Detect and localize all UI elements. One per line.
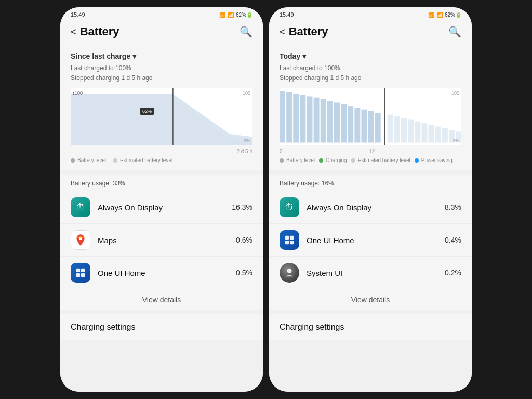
legend-dot-battery-left: [71, 158, 75, 163]
svg-rect-16: [334, 103, 340, 143]
svg-rect-14: [321, 99, 326, 143]
chart-x-labels-left: 2 d 5 h: [71, 149, 252, 154]
chart-0-right: 0%: [453, 138, 459, 143]
oneui-svg: [75, 267, 86, 278]
legend-battery-right: Battery level: [280, 157, 315, 163]
phone-left: 15:49 📶 📶 62%🔋 < Battery 🔍 Since last ch…: [60, 7, 263, 392]
app-item-oneui-left[interactable]: One UI Home 0.5%: [60, 257, 263, 289]
legend-estimated-right: Estimated battery level: [351, 157, 410, 163]
app-name-oneui-left: One UI Home: [98, 269, 236, 277]
header-left-left: < Battery: [71, 25, 119, 38]
systemui-svg: [284, 267, 295, 278]
chart-100-right-left: 100: [243, 90, 250, 96]
app-icon-oneui-left: [71, 263, 90, 283]
time-filter-left[interactable]: Since last charge ▾: [71, 52, 252, 60]
time-left: 15:49: [71, 11, 85, 18]
app-list-left: ⏱ Always On Display 16.3%: [60, 191, 263, 289]
search-button-right[interactable]: 🔍: [448, 25, 461, 38]
app-item-aod-right[interactable]: ⏱ Always On Display 8.3%: [269, 191, 472, 224]
app-icon-systemui-right: [280, 263, 299, 283]
maps-svg: [74, 233, 87, 247]
svg-rect-30: [429, 125, 434, 143]
battery-icon-right: 62%🔋: [445, 12, 461, 18]
content-right: Today ▾ Last charged to 100% Stopped cha…: [269, 45, 472, 392]
app-percent-oneui-right: 0.4%: [445, 236, 461, 244]
time-filter-section-right: Today ▾ Last charged to 100% Stopped cha…: [269, 45, 472, 170]
view-details-right[interactable]: View details: [269, 289, 472, 310]
battery-icon: 62%🔋: [236, 12, 252, 18]
legend-powersaving-right: Power saving: [415, 157, 453, 163]
app-name-oneui-right: One UI Home: [307, 236, 445, 245]
chart-100-label-left: ₁100: [73, 90, 83, 96]
svg-rect-15: [327, 101, 333, 143]
signal-icon-right: 📶: [436, 12, 443, 18]
wifi-icon: 📶: [219, 12, 225, 18]
chart-svg-left: [71, 88, 252, 145]
battery-usage-left: Battery usage: 33%: [60, 175, 263, 191]
signal-icon: 📶: [228, 12, 234, 18]
chart-tooltip-left: 62%: [140, 108, 154, 115]
header-left-right: < Battery: [280, 25, 328, 38]
phones-container: 15:49 📶 📶 62%🔋 < Battery 🔍 Since last ch…: [60, 7, 472, 392]
svg-rect-6: [76, 273, 80, 277]
time-filter-right[interactable]: Today ▾: [280, 52, 461, 60]
legend-battery-left: Battery level: [71, 157, 106, 163]
app-percent-systemui-right: 0.2%: [445, 269, 461, 277]
time-filter-section-left: Since last charge ▾ Last charged to 100%…: [60, 45, 263, 170]
svg-rect-38: [290, 241, 294, 244]
search-button-left[interactable]: 🔍: [240, 25, 252, 38]
chart-x-labels-right: 0 12: [280, 149, 461, 154]
app-item-aod-left[interactable]: ⏱ Always On Display 16.3%: [60, 191, 263, 224]
legend-dot-charging-right: [319, 158, 323, 163]
oneui-svg-right: [284, 234, 295, 246]
legend-estimated-left: Estimated battery level: [113, 157, 172, 163]
svg-rect-13: [314, 98, 320, 143]
app-name-aod-left: Always On Display: [98, 203, 232, 212]
chart-legend-right: Battery level Charging Estimated battery…: [280, 157, 461, 163]
wifi-icon-right: 📶: [428, 12, 434, 18]
app-percent-oneui-left: 0.5%: [236, 269, 252, 277]
svg-rect-5: [81, 269, 85, 272]
page-title-right: Battery: [289, 25, 328, 38]
svg-rect-12: [307, 97, 313, 143]
app-percent-maps-left: 0.6%: [236, 236, 252, 244]
status-bar-left: 15:49 📶 📶 62%🔋: [60, 7, 263, 20]
app-item-maps-left[interactable]: Maps 0.6%: [60, 224, 263, 257]
svg-rect-26: [401, 118, 407, 143]
app-item-systemui-right[interactable]: System UI 0.2%: [269, 257, 472, 289]
charging-settings-left[interactable]: Charging settings: [60, 310, 263, 340]
status-icons-left: 📶 📶 62%🔋: [219, 12, 252, 18]
back-button-left[interactable]: <: [71, 26, 77, 38]
app-icon-aod-right: ⏱: [280, 197, 299, 217]
svg-rect-36: [290, 236, 294, 240]
svg-rect-25: [394, 116, 400, 143]
legend-dot-powersaving-right: [415, 158, 419, 163]
app-item-oneui-right[interactable]: One UI Home 0.4%: [269, 224, 472, 257]
svg-rect-37: [285, 241, 289, 244]
charging-settings-right[interactable]: Charging settings: [269, 310, 472, 340]
charge-info-right: Last charged to 100% Stopped charging 1 …: [280, 63, 461, 83]
svg-rect-18: [348, 106, 353, 142]
svg-rect-4: [76, 269, 80, 272]
svg-marker-0: [71, 94, 252, 145]
chart-legend-left: Battery level Estimated battery level: [71, 157, 252, 163]
back-button-right[interactable]: <: [280, 26, 286, 38]
svg-rect-10: [293, 94, 299, 143]
battery-chart-right: 100 0%: [280, 88, 461, 145]
phone-right: 15:49 📶 📶 62%🔋 < Battery 🔍 Today ▾ Last …: [269, 7, 472, 392]
svg-rect-35: [285, 236, 289, 240]
svg-rect-29: [421, 123, 427, 142]
app-list-right: ⏱ Always On Display 8.3% One UI Hom: [269, 191, 472, 289]
page-title-left: Battery: [80, 25, 119, 38]
svg-rect-27: [408, 120, 414, 143]
app-icon-maps-left: [71, 230, 90, 250]
view-details-left[interactable]: View details: [60, 289, 263, 310]
status-icons-right: 📶 📶 62%🔋: [428, 12, 461, 18]
status-bar-right: 15:49 📶 📶 62%🔋: [269, 7, 472, 20]
content-left: Since last charge ▾ Last charged to 100%…: [60, 45, 263, 392]
chart-100-right-right: 100: [451, 90, 459, 96]
svg-rect-22: [375, 113, 381, 143]
battery-usage-right: Battery usage: 16%: [269, 175, 472, 191]
app-icon-oneui-right: [280, 230, 299, 250]
app-name-maps-left: Maps: [98, 236, 236, 245]
